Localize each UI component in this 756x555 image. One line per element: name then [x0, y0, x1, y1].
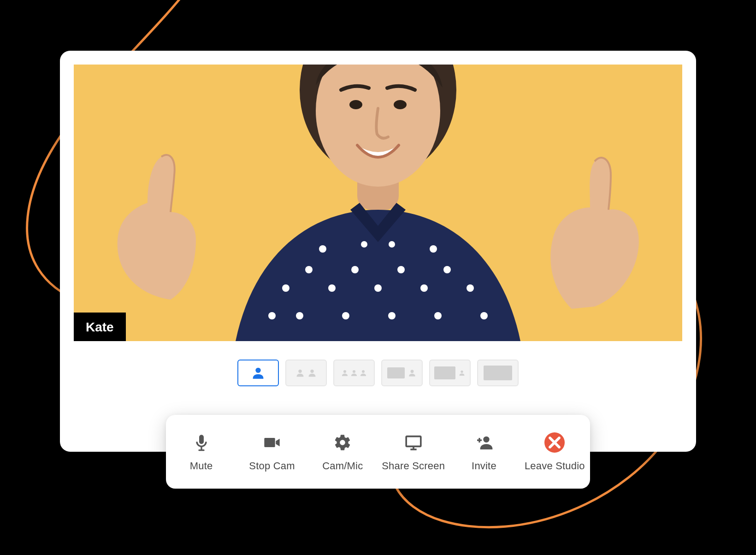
svg-rect-36 — [198, 449, 204, 451]
svg-point-15 — [342, 312, 349, 319]
svg-point-27 — [343, 370, 346, 373]
svg-rect-35 — [201, 447, 202, 449]
microphone-icon — [192, 433, 211, 452]
svg-point-8 — [351, 266, 359, 273]
leave-studio-button[interactable]: Leave Studio — [520, 415, 590, 489]
layout-two-up[interactable] — [285, 360, 327, 386]
svg-point-6 — [305, 266, 313, 273]
svg-point-33 — [461, 371, 463, 373]
controls-panel: Mute Stop Cam Cam/Mic — [166, 415, 590, 489]
svg-point-20 — [319, 245, 326, 253]
mute-label: Mute — [190, 460, 213, 472]
svg-point-10 — [397, 266, 405, 273]
close-icon — [544, 432, 565, 453]
svg-point-4 — [394, 100, 407, 109]
layout-screen-only[interactable] — [477, 360, 519, 386]
svg-point-12 — [443, 266, 451, 273]
studio-window: Kate — [60, 51, 696, 452]
invite-button[interactable]: Invite — [449, 415, 519, 489]
gear-icon — [333, 433, 352, 452]
svg-point-18 — [480, 312, 488, 319]
svg-point-17 — [434, 312, 442, 319]
svg-point-19 — [268, 312, 276, 319]
svg-point-23 — [389, 241, 395, 248]
svg-point-24 — [255, 368, 260, 373]
svg-point-21 — [430, 245, 437, 253]
cam-mic-label: Cam/Mic — [322, 460, 363, 472]
layout-screen-large-speaker[interactable] — [429, 360, 471, 386]
svg-point-16 — [388, 312, 396, 319]
screen-icon — [404, 433, 423, 452]
participant-name-tag: Kate — [74, 313, 126, 341]
layout-screen-plus-speaker[interactable] — [381, 360, 423, 386]
svg-point-22 — [361, 241, 367, 248]
mute-button[interactable]: Mute — [166, 415, 236, 489]
svg-rect-30 — [387, 367, 405, 378]
svg-point-29 — [362, 370, 365, 373]
svg-point-11 — [420, 284, 428, 292]
stop-cam-label: Stop Cam — [249, 460, 295, 472]
layout-three-up[interactable] — [333, 360, 375, 386]
layout-picker — [74, 360, 682, 386]
svg-point-25 — [298, 370, 301, 373]
invite-icon — [475, 433, 493, 452]
svg-point-5 — [282, 284, 289, 292]
participant-hand-left — [92, 143, 221, 300]
leave-label: Leave Studio — [525, 460, 585, 472]
layout-solo[interactable] — [237, 360, 279, 386]
svg-point-9 — [374, 284, 382, 292]
svg-point-13 — [467, 284, 474, 292]
participant-hand-right — [521, 143, 659, 309]
svg-point-2 — [316, 65, 440, 187]
share-screen-label: Share Screen — [382, 460, 445, 472]
svg-rect-34 — [484, 366, 512, 380]
svg-point-26 — [310, 370, 313, 373]
svg-rect-37 — [406, 437, 421, 447]
stop-cam-button[interactable]: Stop Cam — [236, 415, 307, 489]
share-screen-button[interactable]: Share Screen — [378, 415, 449, 489]
svg-point-3 — [349, 100, 362, 109]
svg-point-40 — [483, 437, 489, 443]
svg-point-31 — [411, 370, 414, 373]
svg-rect-32 — [434, 366, 455, 379]
participant-name: Kate — [86, 320, 114, 334]
camera-icon — [263, 433, 281, 452]
svg-point-28 — [353, 370, 355, 373]
svg-point-7 — [328, 284, 336, 292]
cam-mic-button[interactable]: Cam/Mic — [307, 415, 378, 489]
invite-label: Invite — [472, 460, 496, 472]
video-stage: Kate — [74, 65, 682, 341]
svg-point-14 — [296, 312, 303, 319]
